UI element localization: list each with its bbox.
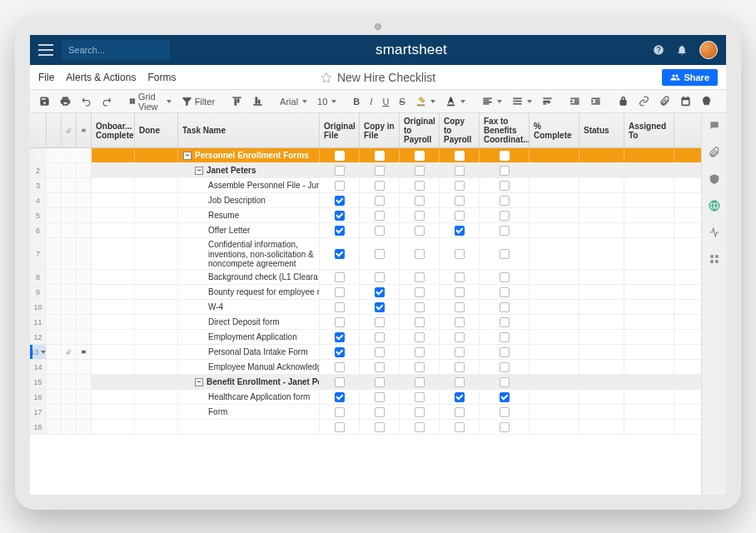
onboard-cell[interactable] [92,360,135,374]
checkbox[interactable] [415,287,425,297]
col-assigned[interactable]: Assigned To [624,113,674,147]
checkbox[interactable] [375,249,385,259]
checkbox[interactable] [415,392,425,402]
checkbox[interactable] [415,317,425,327]
onboard-cell[interactable] [92,270,135,284]
row-number[interactable]: 16 [30,390,47,404]
row-number[interactable]: 9 [30,285,47,299]
row-number[interactable]: 14 [30,360,47,374]
expand-col-header[interactable] [47,113,62,147]
checkbox[interactable] [415,226,425,236]
table-row[interactable]: 4Job Description [30,193,701,208]
row-number[interactable]: 1 [30,148,47,162]
pct-cell[interactable] [530,360,579,374]
row-number[interactable]: 2 [30,163,47,177]
attach-cell[interactable] [62,193,77,207]
bold-button[interactable]: B [349,92,364,111]
checkbox-cell[interactable] [320,315,360,329]
align-left-button[interactable] [478,92,506,111]
checkbox[interactable] [335,392,345,402]
task-cell[interactable]: Job Description [178,193,320,207]
comment-cell[interactable] [77,223,92,237]
table-row[interactable]: 7Confidential information, inventions, n… [30,238,701,270]
checkbox-cell[interactable] [440,315,480,329]
table-row[interactable]: 1−Personnel Enrollment Forms [30,148,701,163]
table-row[interactable]: 15−Benefit Enrollment - Janet Peters [30,375,701,390]
checkbox[interactable] [415,422,425,432]
checkbox-cell[interactable] [440,193,480,207]
assigned-cell[interactable] [624,163,674,177]
checkbox-cell[interactable] [320,148,360,162]
task-cell[interactable]: W-4 [178,300,320,314]
checkbox[interactable] [375,317,385,327]
done-cell[interactable] [135,163,178,177]
comment-cell[interactable] [77,405,92,419]
task-cell[interactable]: Resume [178,208,320,222]
status-cell[interactable] [579,270,624,284]
checkbox-cell[interactable] [480,375,530,389]
row-number[interactable]: 12 [30,330,47,344]
task-cell[interactable]: Direct Deposit form [178,315,320,329]
attach-col-header[interactable] [62,113,77,147]
pct-cell[interactable] [530,193,579,207]
checkbox[interactable] [375,211,385,221]
checkbox-cell[interactable] [320,193,360,207]
checkbox-cell[interactable] [440,420,480,434]
checkbox-cell[interactable] [320,405,360,419]
menu-forms[interactable]: Forms [147,72,176,83]
col-task[interactable]: Task Name [178,113,320,147]
checkbox[interactable] [335,317,345,327]
col-status[interactable]: Status [579,113,624,147]
assigned-cell[interactable] [624,345,674,359]
task-cell[interactable]: Background check (L1 Cleara [178,270,320,284]
onboard-cell[interactable] [92,223,135,237]
menu-icon[interactable] [38,44,53,56]
checkbox-cell[interactable] [440,360,480,374]
done-cell[interactable] [135,178,178,192]
checkbox[interactable] [500,362,510,372]
row-number[interactable]: 10 [30,300,47,314]
checkbox-cell[interactable] [320,163,360,177]
table-row[interactable]: 13 Personal Data Intake Form [30,345,701,360]
table-row[interactable]: 10W-4 [30,300,701,315]
expand-cell[interactable] [47,148,62,162]
checkbox-cell[interactable] [360,285,400,299]
checkbox[interactable] [375,302,385,312]
attach-cell[interactable] [62,148,77,162]
checkbox[interactable] [415,272,425,282]
pct-cell[interactable] [530,300,579,314]
status-cell[interactable] [579,238,624,269]
status-cell[interactable] [579,360,624,374]
checkbox[interactable] [455,407,465,417]
expand-cell[interactable] [47,315,62,329]
comment-cell[interactable] [77,285,92,299]
onboard-cell[interactable] [92,330,135,344]
table-row[interactable]: 14Employee Manual Acknowledg [30,360,701,375]
row-number[interactable]: 7 [30,238,47,269]
checkbox[interactable] [455,317,465,327]
row-number[interactable]: 5 [30,208,47,222]
date-button[interactable] [676,92,695,111]
expand-cell[interactable] [47,178,62,192]
done-cell[interactable] [135,300,178,314]
comment-cell[interactable] [77,193,92,207]
font-dropdown[interactable]: Arial [276,92,311,111]
checkbox-cell[interactable] [440,345,480,359]
checkbox[interactable] [415,196,425,206]
status-cell[interactable] [579,330,624,344]
task-cell[interactable]: −Personnel Enrollment Forms [178,148,320,162]
comment-cell[interactable] [77,315,92,329]
status-cell[interactable] [579,345,624,359]
status-cell[interactable] [579,375,624,389]
col-done[interactable]: Done [135,113,178,147]
checkbox[interactable] [455,332,465,342]
onboard-cell[interactable] [92,238,135,269]
checkbox-cell[interactable] [400,375,440,389]
fill-color-button[interactable] [411,92,440,111]
attach-cell[interactable] [62,405,77,419]
task-cell[interactable]: Confidential information, inventions, no… [178,238,320,269]
checkbox-cell[interactable] [480,163,530,177]
collapse-toggle[interactable]: − [195,378,203,386]
pct-cell[interactable] [530,163,579,177]
checkbox-cell[interactable] [440,285,480,299]
